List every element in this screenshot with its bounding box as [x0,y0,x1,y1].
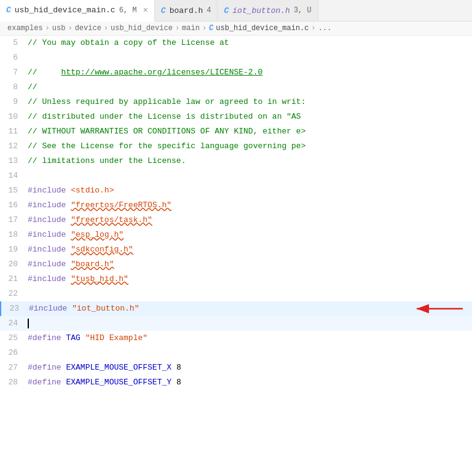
code-editor[interactable]: 5 // You may obtain a copy of the Licens… [0,36,472,473]
tab-c-icon-1: C [6,6,11,15]
line-number-25: 25 [0,331,28,346]
tab-filename-1: usb_hid_device_main.c [15,6,116,15]
line-content-26 [28,346,472,360]
line-number-28: 28 [0,375,28,390]
red-arrow-annotation [411,302,466,315]
tab-badge-2: 4 [206,6,211,15]
code-line-5: 5 // You may obtain a copy of the Licens… [0,36,472,50]
line-content-25: #define TAG "HID Example" [28,331,472,346]
line-number-19: 19 [0,242,28,257]
line-content-21: #include "tusb_hid.h" [28,272,472,287]
line-number-21: 21 [0,272,28,287]
code-line-20: 20 #include "board.h" [0,257,472,272]
line-content-23: #include "iot_button.h" [29,301,472,316]
line-content-17: #include "freertos/task.h" [28,213,472,228]
line-number-16: 16 [0,198,28,213]
line-number-6: 6 [0,50,28,65]
line-content-16: #include "freertos/FreeRTOS.h" [28,198,472,213]
line-number-11: 11 [0,124,28,139]
code-line-13: 13 // limitations under the License. [0,154,472,169]
tab-bar: C usb_hid_device_main.c 6, M × C board.h… [0,0,472,22]
breadcrumb-part-3[interactable]: device [75,24,101,33]
line-number-22: 22 [0,287,28,301]
code-line-16: 16 #include "freertos/FreeRTOS.h" [0,198,472,213]
tab-usb-hid-main[interactable]: C usb_hid_device_main.c 6, M × [0,0,155,22]
line-number-10: 10 [0,109,28,124]
breadcrumb-part-1[interactable]: examples [7,24,43,33]
line-content-8: // [28,80,472,95]
line-number-18: 18 [0,228,28,242]
line-number-8: 8 [0,80,28,95]
line-number-26: 26 [0,346,28,360]
line-content-18: #include "esp_log.h" [28,228,472,242]
breadcrumb: examples › usb › device › usb_hid_device… [0,22,472,36]
line-content-6 [28,50,472,65]
code-line-10: 10 // distributed under the License is d… [0,109,472,124]
breadcrumb-part-2[interactable]: usb [52,24,66,33]
tab-c-icon-2: C [161,6,166,15]
breadcrumb-part-5[interactable]: main [182,24,200,33]
code-line-27: 27 #define EXAMPLE_MOUSE_OFFSET_X 8 [0,360,472,375]
code-line-11: 11 // WITHOUT WARRANTIES OR CONDITIONS O… [0,124,472,139]
line-number-23: 23 [1,301,29,316]
code-line-8: 8 // [0,80,472,95]
code-line-24: 24 [0,316,472,331]
code-line-25: 25 #define TAG "HID Example" [0,331,472,346]
line-number-9: 9 [0,95,28,109]
line-number-7: 7 [0,65,28,80]
code-line-19: 19 #include "sdkconfig.h" [0,242,472,257]
line-number-17: 17 [0,213,28,228]
line-content-27: #define EXAMPLE_MOUSE_OFFSET_X 8 [28,360,472,375]
tab-filename-3: iot_button.h [232,6,290,15]
line-content-22 [28,287,472,301]
code-line-18: 18 #include "esp_log.h" [0,228,472,242]
code-line-23: 23 #include "iot_button.h" [0,301,472,316]
line-number-27: 27 [0,360,28,375]
code-line-9: 9 // Unless required by applicable law o… [0,95,472,109]
breadcrumb-file[interactable]: usb_hid_device_main.c [216,24,309,33]
code-line-14: 14 [0,169,472,183]
line-number-15: 15 [0,183,28,198]
code-line-6: 6 [0,50,472,65]
breadcrumb-part-4[interactable]: usb_hid_device [111,24,173,33]
line-content-5: // You may obtain a copy of the License … [28,36,472,50]
line-number-24: 24 [0,316,28,331]
line-number-12: 12 [0,139,28,154]
breadcrumb-sep-3: › [104,24,108,33]
text-cursor [28,319,29,328]
code-line-15: 15 #include <stdio.h> [0,183,472,198]
tab-board-h[interactable]: C board.h 4 [155,0,218,21]
breadcrumb-sep-2: › [68,24,72,33]
line-content-9: // Unless required by applicable law or … [28,95,472,109]
code-line-21: 21 #include "tusb_hid.h" [0,272,472,287]
line-content-19: #include "sdkconfig.h" [28,242,472,257]
breadcrumb-sep-6: › [312,24,316,33]
line-content-15: #include <stdio.h> [28,183,472,198]
line-content-24 [28,316,472,331]
code-line-22: 22 [0,287,472,301]
line-number-20: 20 [0,257,28,272]
code-line-12: 12 // See the License for the specific l… [0,139,472,154]
tab-badge-1: 6, M [119,6,137,15]
line-content-11: // WITHOUT WARRANTIES OR CONDITIONS OF A… [28,124,472,139]
code-line-26: 26 [0,346,472,360]
breadcrumb-sep-4: › [175,24,179,33]
line-content-7: // http://www.apache.org/licenses/LICENS… [28,65,472,80]
breadcrumb-sep-1: › [45,24,50,33]
line-content-14 [28,169,472,183]
line-number-14: 14 [0,169,28,183]
breadcrumb-ellipsis: ... [318,24,332,33]
code-line-28: 28 #define EXAMPLE_MOUSE_OFFSET_Y 8 [0,375,472,390]
tab-filename-2: board.h [170,6,203,15]
tab-iot-button-h[interactable]: C iot_button.h 3, U [218,0,318,21]
tab-badge-3: 3, U [294,6,312,15]
line-number-13: 13 [0,154,28,169]
line-number-5: 5 [0,36,28,50]
breadcrumb-sep-5: › [202,24,206,33]
code-line-17: 17 #include "freertos/task.h" [0,213,472,228]
tab-c-icon-3: C [224,6,229,15]
line-content-20: #include "board.h" [28,257,472,272]
line-content-10: // distributed under the License is dist… [28,109,472,124]
line-content-28: #define EXAMPLE_MOUSE_OFFSET_Y 8 [28,375,472,390]
tab-close-1[interactable]: × [143,6,148,15]
